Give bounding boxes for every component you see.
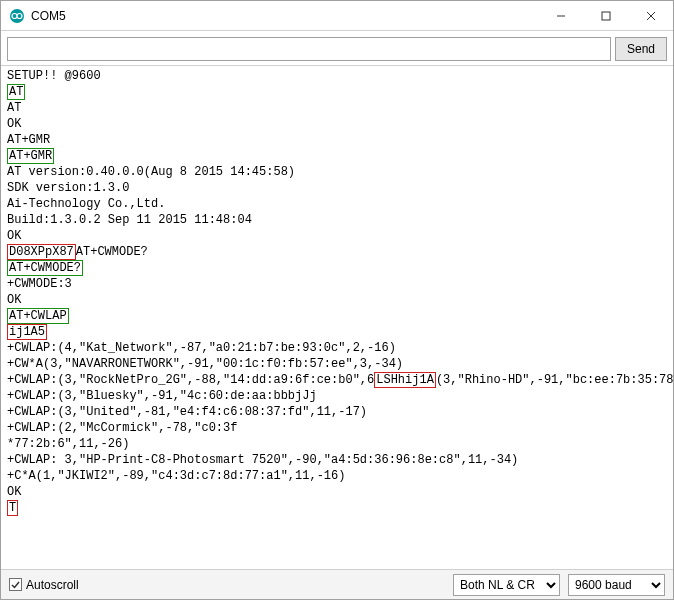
output-segment: AT+GMR [7,133,50,147]
output-line: AT+CWMODE? [7,260,667,276]
check-icon [10,579,21,590]
output-segment: *77:2b:6",11,-26) [7,437,129,451]
output-segment: +C*A(1,"JKIWI2",-89,"c4:3d:c7:8d:77:a1",… [7,469,345,483]
checkbox-box [9,578,22,591]
output-line: +CW*A(3,"NAVARRONETWORK",-91,"00:1c:f0:f… [7,356,667,372]
output-line: +CWLAP: 3,"HP-Print-C8-Photosmart 7520",… [7,452,667,468]
output-segment: Build:1.3.0.2 Sep 11 2015 11:48:04 [7,213,252,227]
output-line: T [7,500,667,516]
output-line: AT [7,84,667,100]
output-line: +CWMODE:3 [7,276,667,292]
output-segment: T [7,500,18,516]
window-buttons [538,1,673,30]
output-line: AT+GMR [7,132,667,148]
output-line: *77:2b:6",11,-26) [7,436,667,452]
output-line: SDK version:1.3.0 [7,180,667,196]
output-line: Ai-Technology Co.,Ltd. [7,196,667,212]
output-segment: SDK version:1.3.0 [7,181,129,195]
output-segment: (3,"Rhino-HD",-91,"bc:ee:7b:35:78:60",6,… [436,373,673,387]
output-line: +C*A(1,"JKIWI2",-89,"c4:3d:c7:8d:77:a1",… [7,468,667,484]
output-segment: AT+GMR [7,148,54,164]
output-segment: Ai-Technology Co.,Ltd. [7,197,165,211]
output-segment: AT+CWMODE? [76,245,148,259]
bottombar: Autoscroll No line endingNewlineCarriage… [1,569,673,599]
output-line: AT version:0.40.0.0(Aug 8 2015 14:45:58) [7,164,667,180]
output-segment: LSHhij1A [374,372,436,388]
minimize-button[interactable] [538,1,583,30]
output-line: SETUP!! @9600 [7,68,667,84]
output-line: AT [7,100,667,116]
close-button[interactable] [628,1,673,30]
output-segment: +CWLAP:(2,"McCormick",-78,"c0:3f [7,421,237,435]
titlebar: COM5 [1,1,673,31]
send-button[interactable]: Send [615,37,667,61]
output-line: AT+CWLAP [7,308,667,324]
output-segment: OK [7,229,21,243]
output-segment: +CW*A(3,"NAVARRONETWORK",-91,"00:1c:f0:f… [7,357,403,371]
output-segment: AT+CWMODE? [7,260,83,276]
output-segment: SETUP!! @9600 [7,69,101,83]
autoscroll-label: Autoscroll [26,578,79,592]
output-segment: OK [7,485,21,499]
sendbar: Send [1,31,673,65]
output-segment: +CWLAP: 3,"HP-Print-C8-Photosmart 7520",… [7,453,518,467]
output-segment: D08XPpX87 [7,244,76,260]
maximize-button[interactable] [583,1,628,30]
output-line: ij1A5 [7,324,667,340]
output-segment: AT [7,101,21,115]
arduino-icon [9,8,25,24]
output-line: OK [7,116,667,132]
output-line: OK [7,228,667,244]
output-segment: OK [7,117,21,131]
svg-rect-2 [602,12,610,20]
output-line: +CWLAP:(2,"McCormick",-78,"c0:3f [7,420,667,436]
output-line: OK [7,292,667,308]
output-line: D08XPpX87AT+CWMODE? [7,244,667,260]
serial-monitor-window: COM5 Send SETUP!! @9600ATAT OKAT+GMRAT+G… [0,0,674,600]
output-segment: +CWMODE:3 [7,277,72,291]
baud-select[interactable]: 300 baud1200 baud2400 baud4800 baud9600 … [568,574,665,596]
output-segment: +CWLAP:(3,"United",-81,"e4:f4:c6:08:37:f… [7,405,367,419]
output-segment: +CWLAP:(3,"Bluesky",-91,"4c:60:de:aa:bbb… [7,389,317,403]
output-segment: ij1A5 [7,324,47,340]
output-segment: +CWLAP:(4,"Kat_Network",-87,"a0:21:b7:be… [7,341,396,355]
output-line: AT+GMR [7,148,667,164]
output-line: +CWLAP:(3,"Bluesky",-91,"4c:60:de:aa:bbb… [7,388,667,404]
output-segment: OK [7,293,21,307]
output-line: +CWLAP:(4,"Kat_Network",-87,"a0:21:b7:be… [7,340,667,356]
output-line: +CWLAP:(3,"United",-81,"e4:f4:c6:08:37:f… [7,404,667,420]
output-segment: +CWLAP:(3,"RockNetPro_2G",-88,"14:dd:a9:… [7,373,374,387]
output-line: Build:1.3.0.2 Sep 11 2015 11:48:04 [7,212,667,228]
output-segment: AT [7,84,25,100]
serial-input[interactable] [7,37,611,61]
window-title: COM5 [31,9,538,23]
output-line: OK [7,484,667,500]
output-segment: AT+CWLAP [7,308,69,324]
autoscroll-checkbox[interactable]: Autoscroll [9,578,79,592]
output-segment: AT version:0.40.0.0(Aug 8 2015 14:45:58) [7,165,295,179]
output-line: +CWLAP:(3,"RockNetPro_2G",-88,"14:dd:a9:… [7,372,667,388]
serial-output[interactable]: SETUP!! @9600ATAT OKAT+GMRAT+GMRAT versi… [1,65,673,569]
line-ending-select[interactable]: No line endingNewlineCarriage returnBoth… [453,574,560,596]
